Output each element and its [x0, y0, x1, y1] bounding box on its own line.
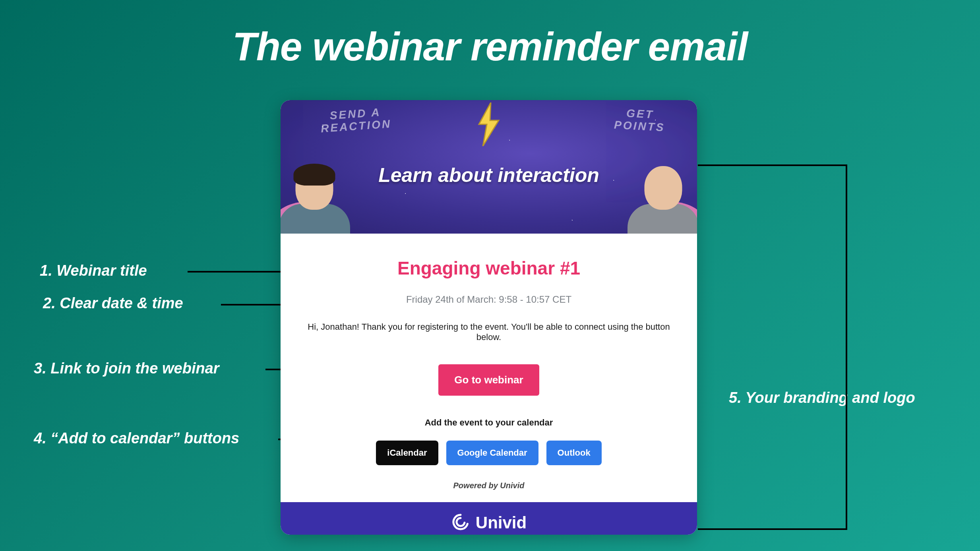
presenter-avatar-left — [285, 166, 344, 234]
add-to-calendar-label: Add the event to your calendar — [304, 418, 673, 428]
outlook-button[interactable]: Outlook — [546, 441, 602, 465]
page-title: The webinar reminder email — [0, 24, 980, 70]
annotation-date-time: 2. Clear date & time — [43, 295, 183, 312]
email-body: Engaging webinar #1 Friday 24th of March… — [281, 234, 697, 502]
brand-name: Univid — [476, 513, 527, 532]
svg-marker-0 — [479, 102, 499, 146]
annotation-bracket — [698, 164, 847, 530]
banner-right-text: GET POINTS — [614, 107, 666, 134]
calendar-buttons-row: iCalendar Google Calendar Outlook — [304, 441, 673, 465]
webinar-datetime: Friday 24th of March: 9:58 - 10:57 CET — [304, 294, 673, 305]
email-banner: SEND A REACTION GET POINTS Learn about i… — [281, 100, 697, 234]
banner-left-text: SEND A REACTION — [320, 106, 392, 135]
annotation-add-to-calendar: 4. “Add to calendar” buttons — [34, 430, 239, 447]
google-calendar-button[interactable]: Google Calendar — [446, 441, 538, 465]
lightning-bolt-icon — [475, 102, 503, 148]
greeting-text: Hi, Jonathan! Thank you for registering … — [304, 322, 673, 342]
webinar-title: Engaging webinar #1 — [304, 257, 673, 279]
annotation-join-link: 3. Link to join the webinar — [34, 360, 219, 377]
email-footer: Univid — [281, 502, 697, 535]
go-to-webinar-button[interactable]: Go to webinar — [438, 364, 539, 396]
icalendar-button[interactable]: iCalendar — [376, 441, 438, 465]
annotation-webinar-title: 1. Webinar title — [40, 262, 147, 279]
email-card: SEND A REACTION GET POINTS Learn about i… — [281, 100, 697, 535]
brand-logo-icon — [451, 512, 470, 533]
presenter-avatar-right — [633, 166, 693, 234]
powered-by-text: Powered by Univid — [304, 481, 673, 490]
